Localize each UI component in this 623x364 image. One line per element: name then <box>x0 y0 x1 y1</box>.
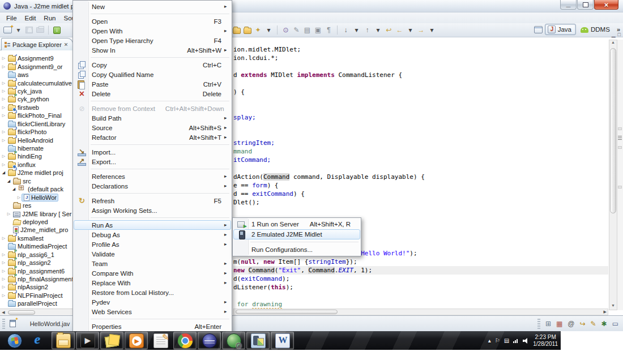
run-as-item-2-emulated-j2me-midlet[interactable]: 2 Emulated J2ME Midlet <box>233 229 360 239</box>
context-menu-item-profile-as[interactable]: Profile As► <box>74 239 231 249</box>
forward-button[interactable]: → <box>416 24 426 36</box>
expand-arrow-icon[interactable]: ▷ <box>1 285 6 289</box>
explorer-horizontal-scrollbar[interactable]: ◀ <box>0 309 73 315</box>
tree-item-src[interactable]: ◢src <box>0 177 73 185</box>
expand-arrow-icon[interactable]: ▷ <box>1 269 6 273</box>
context-menu-item-web-services[interactable]: Web Services► <box>74 307 231 316</box>
menu-run[interactable]: Run <box>40 14 59 22</box>
expand-arrow-icon[interactable]: ▷ <box>1 97 6 101</box>
tree-item-ionflux[interactable]: ▷ionflux <box>0 161 73 169</box>
picture-icon[interactable]: ▦ <box>556 320 562 327</box>
expand-arrow-icon[interactable]: ▷ <box>1 138 6 143</box>
vertical-scroll-thumb[interactable] <box>610 48 616 213</box>
context-menu-item-paste[interactable]: PasteCtrl+V <box>74 79 231 89</box>
next-annotation-button[interactable]: ↓ <box>340 24 351 36</box>
run-as-item-1-run-on-server[interactable]: 1 Run on ServerAlt+Shift+X, R <box>233 219 360 229</box>
context-menu-item-replace-with[interactable]: Replace With► <box>74 278 231 288</box>
expand-arrow-icon[interactable]: ▷ <box>1 293 6 298</box>
tree-item-cyk-java[interactable]: ▷cyk_java <box>0 87 73 95</box>
taskbar-start[interactable] <box>3 332 26 349</box>
expand-arrow-icon[interactable]: ▷ <box>1 130 6 134</box>
context-menu-item-debug-as[interactable]: Debug As► <box>74 230 231 239</box>
editor-minimize-icon[interactable] <box>612 32 616 37</box>
perspective-ddms[interactable]: DDMS <box>578 24 615 35</box>
save-button[interactable] <box>24 24 35 36</box>
format-button[interactable]: ▤ <box>302 24 313 36</box>
open-perspective-icon[interactable] <box>534 26 543 33</box>
perspective-java[interactable]: Java <box>545 24 576 35</box>
scroll-down-icon[interactable]: ▼ <box>609 303 617 310</box>
tree-item-assignment9-or[interactable]: ▷Assignment9_or <box>0 62 73 70</box>
scroll-up-icon[interactable]: ▲ <box>609 40 617 46</box>
editor-vertical-scrollbar[interactable]: ▲ ▼ <box>609 40 617 310</box>
expand-arrow-icon[interactable]: ▷ <box>6 212 11 216</box>
context-menu-item-open[interactable]: OpenF3 <box>74 16 231 26</box>
context-menu-item-properties[interactable]: PropertiesAlt+Enter <box>74 322 231 331</box>
external-tools-dropdown[interactable]: ▾ <box>263 24 274 36</box>
expand-arrow-icon[interactable]: ▷ <box>1 113 6 118</box>
pencil-icon[interactable]: ✎ <box>591 320 596 327</box>
open-external-file-button[interactable] <box>242 24 253 36</box>
expand-arrow-icon[interactable]: ◢ <box>1 170 6 175</box>
tree-item-flickphoto-final[interactable]: ▷flickPhoto_Final <box>0 112 73 119</box>
context-menu-item-refactor[interactable]: RefactorAlt+Shift+T► <box>74 132 231 142</box>
new-wizard-dropdown[interactable]: ▾ <box>13 24 24 36</box>
expand-arrow-icon[interactable]: ◢ <box>6 179 11 183</box>
next-annotation-dropdown[interactable]: ▾ <box>351 24 362 36</box>
tree-item-firstweb[interactable]: ▷firstweb <box>0 104 73 112</box>
context-menu-item-export[interactable]: Export... <box>74 157 231 166</box>
taskbar-windows-explorer[interactable] <box>52 332 75 349</box>
at-sign-icon[interactable]: @ <box>567 320 574 327</box>
minimize-button[interactable] <box>560 0 577 10</box>
context-menu-item-pydev[interactable]: Pydev► <box>74 297 231 307</box>
expand-arrow-icon[interactable]: ▷ <box>1 162 6 167</box>
new-java-project-button[interactable] <box>231 24 242 36</box>
menu-edit[interactable]: Edit <box>21 14 40 22</box>
tree-item-j2me-midlet-pro[interactable]: J2me_midlet_pro <box>0 226 73 234</box>
context-menu-item-refresh[interactable]: RefreshF5 <box>74 196 231 205</box>
context-menu-item-delete[interactable]: DeleteDelete <box>74 89 231 99</box>
back-button[interactable]: ← <box>394 24 405 36</box>
expand-arrow-icon[interactable]: ▷ <box>1 154 6 159</box>
tree-item-nlpassign2[interactable]: ▷nlpAssign2 <box>0 283 73 291</box>
mark-occurrences-button[interactable]: ✎ <box>291 24 302 36</box>
tree-item-hellowor[interactable]: ▷HelloWor <box>0 193 73 201</box>
taskbar-internet-explorer[interactable] <box>27 332 50 349</box>
action-center-icon[interactable]: ▤ <box>504 338 509 344</box>
forward-dropdown[interactable]: ▾ <box>426 24 437 36</box>
context-menu-item-copy[interactable]: CopyCtrl+C <box>74 60 231 70</box>
tree-item-nlp-finalassignment[interactable]: ▷nlp_finalAssignment <box>0 275 73 283</box>
editor-horizontal-scrollbar[interactable]: ▶ <box>233 309 608 315</box>
explorer-scroll-thumb[interactable] <box>8 310 35 315</box>
tree-item-aws[interactable]: aws <box>0 71 73 79</box>
context-menu-item-build-path[interactable]: Build Path► <box>74 113 231 123</box>
package-explorer-tab[interactable]: Package Explorer ✕ <box>1 38 73 50</box>
context-menu-item-references[interactable]: References► <box>74 172 231 181</box>
taskbar-text-editor[interactable] <box>149 332 172 349</box>
taskbar-phone-suite[interactable] <box>246 332 270 349</box>
tree-item-helloandroid[interactable]: ▷HelloAndroid <box>0 136 73 144</box>
restore-button[interactable] <box>577 0 594 10</box>
previous-annotation-dropdown[interactable]: ▾ <box>373 24 383 36</box>
tree-item-cyk-python[interactable]: ▷cyk_python <box>0 95 73 103</box>
fast-view-icon[interactable]: ⊞ <box>545 320 551 327</box>
taskbar-clock[interactable]: 2:23 PM 1/28/2011 <box>533 334 558 348</box>
context-menu-item-assign-working-sets[interactable]: Assign Working Sets... <box>74 205 231 215</box>
context-menu-item-validate[interactable]: Validate <box>74 249 231 259</box>
flag-icon[interactable]: ⚐ <box>495 338 500 344</box>
context-menu-item-open-with[interactable]: Open With► <box>74 26 231 36</box>
context-menu-item-restore-from-local-history[interactable]: Restore from Local History... <box>74 288 231 297</box>
expand-arrow-icon[interactable]: ▷ <box>1 89 6 93</box>
menu-file[interactable]: File <box>2 14 21 22</box>
tree-item-nlpfinalproject[interactable]: ▷NLPFinalProject <box>0 292 73 299</box>
volume-icon[interactable] <box>523 338 530 344</box>
context-menu-item-open-type-hierarchy[interactable]: Open Type HierarchyF4 <box>74 36 231 45</box>
tree-item-res[interactable]: res <box>0 202 73 209</box>
previous-annotation-button[interactable]: ↑ <box>362 24 373 36</box>
print-button[interactable] <box>35 24 45 36</box>
taskbar-eclipse[interactable] <box>198 332 221 349</box>
tree-item-multimediaproject[interactable]: MultimediaProject <box>0 242 73 250</box>
taskbar-word[interactable] <box>271 332 294 349</box>
expand-arrow-icon[interactable]: ▷ <box>1 56 6 61</box>
context-menu-item-source[interactable]: SourceAlt+Shift+S► <box>74 123 231 132</box>
